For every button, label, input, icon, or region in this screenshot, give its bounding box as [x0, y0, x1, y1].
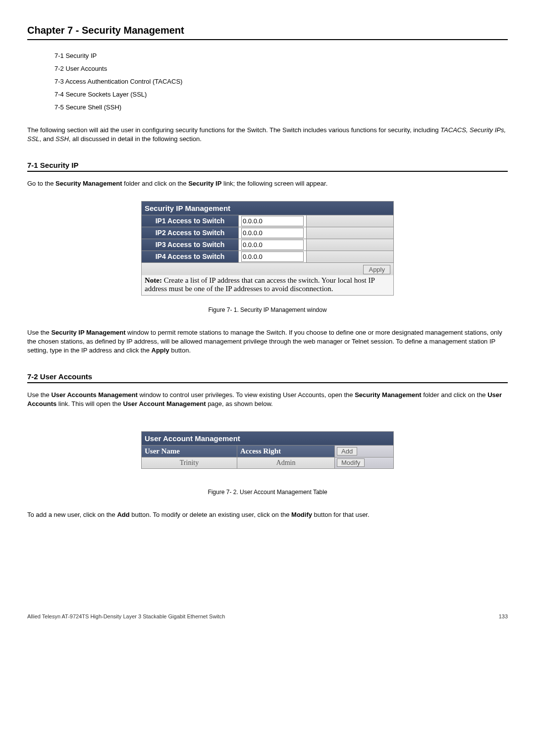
modify-cell: Modify	[335, 457, 394, 468]
toc-item: 7-3 Access Authentication Control (TACAC…	[54, 78, 508, 85]
ip2-input[interactable]	[241, 228, 304, 238]
text-italic: SSH	[55, 135, 69, 143]
text-bold: Add	[117, 511, 129, 518]
figure-caption: Figure 7- 1. Security IP Management wind…	[27, 306, 508, 313]
text: Go to the	[27, 180, 55, 187]
section-heading-user-accounts: 7-2 User Accounts	[27, 372, 508, 383]
text: button for that user.	[312, 511, 370, 518]
paragraph: Go to the Security Management folder and…	[27, 179, 508, 188]
text: link. This will open the	[56, 400, 123, 407]
note-text: Create a list of IP address that can acc…	[145, 276, 374, 293]
footer-left: Allied Telesyn AT-9724TS High-Density La…	[27, 613, 225, 619]
paragraph: Use the User Accounts Management window …	[27, 391, 508, 408]
text: window to control user privileges. To vi…	[138, 391, 355, 399]
paragraph: Use the Security IP Management window to…	[27, 328, 508, 355]
figure-caption: Figure 7- 2. User Account Management Tab…	[27, 489, 508, 496]
text: Use the	[27, 391, 51, 399]
text: page, as shown below.	[206, 400, 273, 407]
ip2-label: IP2 Access to Switch	[142, 227, 239, 239]
text-bold: Apply	[152, 347, 169, 354]
data-username: Trinity	[142, 457, 237, 468]
blank-cell	[307, 251, 394, 262]
blank-cell	[307, 239, 394, 251]
footer-page-number: 133	[499, 613, 508, 619]
text: button. To modify or delete an existing …	[130, 511, 291, 518]
text: button.	[169, 347, 191, 354]
blank-cell	[307, 215, 394, 227]
toc-item: 7-1 Security IP	[54, 52, 508, 59]
user-account-table: User Account Management User Name Access…	[141, 431, 394, 469]
text: Use the	[27, 329, 51, 336]
text: To add a new user, click on the	[27, 511, 117, 518]
intro-paragraph: The following section will aid the user …	[27, 126, 508, 144]
page-footer: Allied Telesyn AT-9724TS High-Density La…	[27, 613, 508, 619]
security-ip-table: Security IP Management IP1 Access to Swi…	[141, 201, 394, 296]
text-bold: Security IP	[188, 180, 221, 187]
text-bold: User Accounts Management	[51, 391, 137, 399]
data-access: Admin	[237, 457, 335, 468]
ip3-input[interactable]	[241, 240, 304, 250]
text-bold: Modify	[291, 511, 312, 518]
section-heading-security-ip: 7-1 Security IP	[27, 161, 508, 172]
text-bold: Security Management	[55, 180, 122, 187]
table-title: User Account Management	[142, 431, 394, 445]
apply-row: Apply	[142, 262, 394, 275]
text-bold: Security IP Management	[51, 329, 125, 336]
text: , and	[40, 135, 56, 143]
text: , all discussed in detail in the followi…	[69, 135, 202, 143]
add-cell: Add	[335, 445, 394, 457]
figure-user-account: User Account Management User Name Access…	[27, 431, 508, 469]
blank-cell	[307, 227, 394, 239]
text: The following section will aid the user …	[27, 126, 440, 134]
text-bold: User Account Management	[123, 400, 206, 407]
col-access-right: Access Right	[237, 445, 335, 457]
table-title: Security IP Management	[142, 201, 394, 215]
text: folder and click on the	[422, 391, 488, 399]
toc-item: 7-2 User Accounts	[54, 65, 508, 72]
ip4-label: IP4 Access to Switch	[142, 251, 239, 262]
paragraph: To add a new user, click on the Add butt…	[27, 510, 508, 519]
note-row: Note: Create a list of IP address that c…	[142, 275, 394, 296]
ip4-input[interactable]	[241, 252, 304, 262]
toc-item: 7-4 Secure Sockets Layer (SSL)	[54, 91, 508, 98]
apply-button[interactable]: Apply	[363, 265, 390, 274]
ip1-label: IP1 Access to Switch	[142, 215, 239, 227]
note-bold: Note:	[145, 276, 162, 284]
toc-item: 7-5 Secure Shell (SSH)	[54, 103, 508, 111]
figure-security-ip: Security IP Management IP1 Access to Swi…	[27, 201, 508, 296]
text-bold: Security Management	[355, 391, 421, 399]
ip1-input[interactable]	[241, 216, 304, 226]
chapter-title: Chapter 7 - Security Management	[27, 25, 508, 40]
ip3-label: IP3 Access to Switch	[142, 239, 239, 251]
toc-list: 7-1 Security IP 7-2 User Accounts 7-3 Ac…	[54, 52, 508, 111]
add-button[interactable]: Add	[337, 447, 357, 455]
text: folder and click on the	[122, 180, 188, 187]
text: link; the following screen will appear.	[221, 180, 327, 187]
col-username: User Name	[142, 445, 237, 457]
modify-button[interactable]: Modify	[337, 458, 365, 467]
